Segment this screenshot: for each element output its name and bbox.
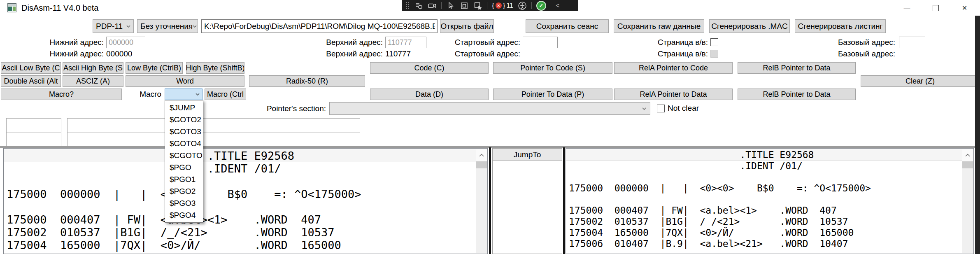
pointer-to-code-button[interactable]: Pointer To Code (S)	[493, 62, 612, 74]
asm-line[interactable]	[569, 172, 871, 183]
asciz-button[interactable]: ASCIZ (A)	[63, 75, 123, 87]
camera-icon[interactable]	[428, 1, 437, 10]
save-session-button[interactable]: Сохранить сеанс	[526, 19, 609, 33]
disasm-window: DisAsm-11 V4.0 beta	[0, 0, 980, 254]
grip-handle-icon[interactable]	[406, 2, 410, 9]
performance-log-icon[interactable]	[414, 1, 423, 10]
right-disassembly-pane[interactable]: .TITLE E92568 .IDENT /01/ 175000 000000 …	[566, 148, 974, 254]
asm-line[interactable]: 175000 000407 | FW| <a.bel><1> .WORD 407	[569, 205, 871, 216]
macro-option[interactable]: $GOTO2	[165, 114, 203, 126]
upper-address-input[interactable]	[385, 37, 426, 48]
macro-option[interactable]: $PGO	[165, 161, 203, 173]
macro-ctrl-button[interactable]: Macro (Ctrl	[205, 89, 246, 100]
cpu-select-value: PDP-11	[96, 22, 123, 31]
macro-option[interactable]: $CGOTO	[165, 149, 203, 161]
error-dot-icon: ✕	[496, 2, 502, 9]
asm-line[interactable]: 175000 000000 | | <0><0> B$0 =: ^O<17500…	[569, 183, 871, 194]
low-byte-button[interactable]: Low Byte (CtrlB)	[126, 62, 183, 74]
save-raw-button[interactable]: Сохранить raw данные	[614, 19, 704, 33]
macro-select[interactable]	[165, 89, 203, 100]
macro-option[interactable]: $PGO4	[165, 209, 203, 221]
not-clear-label: Not clear	[668, 103, 699, 113]
word-button[interactable]: Word	[126, 75, 244, 87]
left-splitter[interactable]	[489, 147, 491, 254]
asm-line[interactable]: .IDENT /01/	[569, 161, 871, 172]
toolbar-separator	[487, 2, 487, 9]
title-bar: DisAsm-11 V4.0 beta	[0, 0, 980, 16]
asm-line[interactable]: .TITLE E92568	[569, 149, 871, 161]
page-io-current-label: Страница в/в:	[658, 49, 708, 59]
file-path-input[interactable]	[201, 19, 438, 33]
chevron-down-icon	[126, 25, 130, 28]
asm-line[interactable]: 175002 010537 |B1G| /_/<21> .WORD 10537	[7, 226, 361, 239]
accessibility-icon[interactable]	[518, 1, 527, 10]
close-button[interactable]: ✕	[955, 0, 974, 16]
code-button[interactable]: Code (C)	[370, 62, 489, 74]
lower-address-input[interactable]	[106, 37, 145, 48]
macro-option[interactable]: $GOTO3	[165, 126, 203, 137]
labels-box-right[interactable]	[67, 118, 360, 147]
chevron-down-icon	[196, 93, 200, 96]
ascii-low-byte-button[interactable]: Ascii Low Byte (C	[1, 62, 61, 74]
generate-listing-button[interactable]: Сгенерировать листинг	[795, 19, 886, 33]
relb-pointer-to-data-top-button[interactable]: RelB Pointer to Data	[738, 62, 856, 74]
maximize-icon	[933, 5, 939, 11]
macro-option[interactable]: $JUMP	[165, 102, 203, 114]
start-address-input[interactable]	[523, 37, 558, 48]
macro-option[interactable]: $PGO1	[165, 173, 203, 185]
page-io-checkbox[interactable]	[710, 38, 718, 46]
badge-brace: {	[492, 2, 494, 10]
macro-query-button[interactable]: Macro?	[1, 89, 122, 100]
success-check-icon[interactable]: ✓	[536, 1, 546, 11]
scroll-up-button[interactable]	[476, 149, 487, 161]
cpu-select[interactable]: PDP-11	[93, 19, 134, 33]
rela-pointer-to-data-button[interactable]: RelA Pointer to Data	[614, 89, 733, 100]
jumpto-list[interactable]	[492, 161, 562, 254]
left-disassembly-pane[interactable]: .TITLE E92568 .IDENT /01/ 175000 000000 …	[3, 148, 488, 254]
radix50-button[interactable]: Radix-50 (R)	[249, 75, 365, 87]
open-file-button[interactable]: Открыть файл	[440, 19, 494, 33]
macro-option[interactable]: $PGO3	[165, 197, 203, 209]
labels-box-left[interactable]	[6, 118, 61, 147]
pointer-to-data-button[interactable]: Pointer To Data (P)	[493, 89, 612, 100]
scroll-up-button[interactable]	[962, 149, 973, 161]
asm-line[interactable]: 175004 165000 |7QX| <0>/Й/ .WORD 165000	[7, 239, 361, 252]
error-count-badge[interactable]: { ✕ } 11	[492, 2, 513, 10]
scrollbar-thumb[interactable]	[962, 161, 973, 168]
asm-line[interactable]	[569, 194, 871, 205]
collapse-chevron-icon[interactable]: <	[556, 2, 559, 9]
chevron-down-icon	[642, 107, 646, 110]
right-pane-scrollbar[interactable]	[962, 149, 973, 253]
generate-mac-button[interactable]: Сгенерировать .MAC	[709, 19, 790, 33]
toolbar-separator	[531, 2, 532, 9]
macro-option[interactable]: $PGO2	[165, 185, 203, 197]
cursor-select-icon[interactable]	[446, 1, 455, 10]
high-byte-button[interactable]: High Byte (ShiftB)	[186, 62, 244, 74]
asm-line[interactable]: 175006 010407 |B.9| <a.bel><21> .WORD 10…	[7, 252, 361, 254]
right-splitter[interactable]	[563, 147, 565, 254]
minimize-button[interactable]: —	[897, 0, 917, 16]
asm-line[interactable]: 175006 010407 |B.9| <a.bel><21> .WORD 10…	[569, 238, 871, 249]
page-io-disabled-checkbox	[710, 50, 718, 58]
ascii-high-byte-button[interactable]: Ascii High Byte (S	[63, 62, 123, 74]
double-ascii-button[interactable]: Double Ascii (Alt	[1, 75, 61, 87]
macro-option[interactable]: $GOTO4	[165, 137, 203, 149]
asm-line[interactable]: 175002 010537 |B1G| /_/<21> .WORD 10537	[569, 216, 871, 227]
base-address-input[interactable]	[899, 37, 925, 48]
rela-pointer-to-code-button[interactable]: RelA Pointer to Code	[614, 62, 733, 74]
pointer-section-select[interactable]	[329, 102, 650, 115]
maximize-button[interactable]	[926, 0, 945, 16]
asm-line[interactable]: 175004 165000 |7QX| <0>/Й/ .WORD 165000	[569, 227, 871, 238]
variant-select[interactable]: Без уточнения	[137, 19, 198, 33]
not-clear-checkbox[interactable]	[657, 105, 665, 112]
jumpto-header-button[interactable]: JumpTo	[492, 148, 562, 161]
frame-icon[interactable]	[460, 1, 469, 10]
scrollbar-thumb[interactable]	[476, 161, 487, 168]
desktop-edge-strip	[975, 16, 980, 254]
data-button[interactable]: Data (D)	[370, 89, 489, 100]
clear-button[interactable]: Clear (Z)	[861, 75, 980, 87]
error-count: 11	[506, 2, 513, 9]
left-pane-scrollbar[interactable]	[476, 149, 487, 253]
region-capture-icon[interactable]	[473, 1, 482, 10]
relb-pointer-to-data-bottom-button[interactable]: RelB Pointer to Data	[738, 89, 856, 100]
